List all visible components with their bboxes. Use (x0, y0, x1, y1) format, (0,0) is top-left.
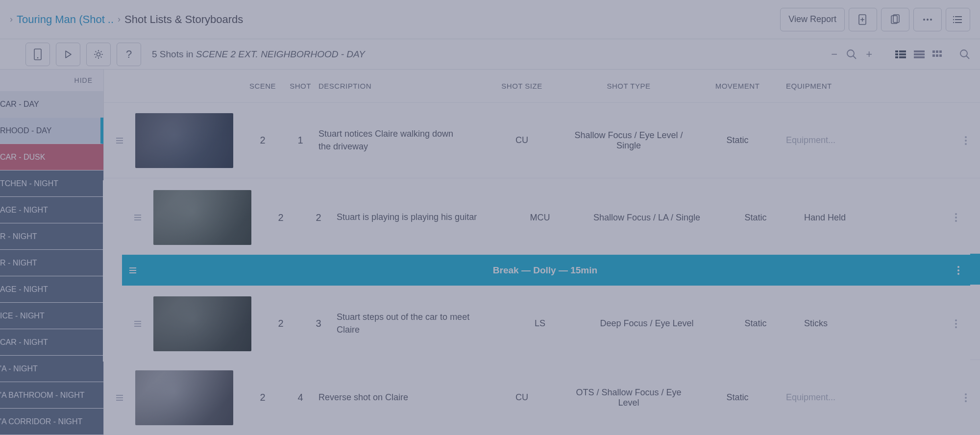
cell-type[interactable]: Deep Focus / Eye Level (587, 318, 707, 329)
drag-handle[interactable] (104, 137, 135, 145)
grid-view-button[interactable] (932, 49, 943, 59)
play-button[interactable] (56, 43, 80, 66)
cell-size[interactable]: CU (475, 392, 568, 403)
gear-icon (93, 49, 104, 60)
row-more-button[interactable] (917, 319, 970, 329)
shot-row-highlight[interactable]: 2 2 Stuart is playing is playing his gui… (122, 180, 970, 255)
shot-row-highlight[interactable]: 2 3 Stuart steps out of the car to meet … (122, 286, 970, 362)
zoom-in-button[interactable]: + (866, 48, 872, 61)
add-page-button[interactable] (849, 8, 877, 31)
cell-size[interactable]: MCU (493, 213, 587, 223)
scene-item[interactable]: ICE - NIGHT (0, 303, 103, 329)
scene-sidebar: HIDE CAR - DAY RHOOD - DAY CAR - DUSK TC… (0, 70, 104, 435)
svg-point-48 (957, 269, 959, 271)
row-more-button[interactable] (917, 213, 970, 222)
zoom-controls: − + (831, 48, 872, 61)
storyboard-thumbnail[interactable] (153, 296, 251, 351)
svg-rect-19 (914, 50, 925, 52)
magnify-icon[interactable] (846, 49, 857, 60)
col-type[interactable]: SHOT TYPE (568, 82, 689, 90)
cell-scene: 2 (261, 318, 300, 329)
svg-rect-20 (914, 53, 925, 55)
scene-item[interactable]: 'A - NIGHT (0, 356, 103, 382)
col-size[interactable]: SHOT SIZE (475, 82, 568, 90)
hide-sidebar-button[interactable]: HIDE (0, 70, 103, 91)
cell-description[interactable]: Stuart is playing is playing his guitar (337, 211, 493, 223)
row-more-button[interactable] (947, 266, 970, 275)
scene-item[interactable]: CAR - NIGHT (0, 329, 103, 356)
svg-point-12 (847, 50, 854, 57)
breadcrumb-current: Shot Lists & Storyboards (124, 13, 243, 26)
cell-equipment[interactable]: Equipment... (786, 135, 899, 145)
shot-row[interactable]: 2 4 Reverse shot on Claire CU OTS / Shal… (104, 360, 980, 435)
scene-item[interactable]: CAR - DUSK (0, 144, 103, 170)
page-plus-icon (858, 14, 868, 25)
collapse-button[interactable] (10, 43, 20, 66)
cell-movement[interactable]: Static (707, 213, 804, 223)
scene-item[interactable]: 'A BATHROOM - NIGHT (0, 382, 103, 409)
copy-button[interactable] (881, 8, 909, 31)
col-scene[interactable]: SCENE (243, 82, 282, 90)
cell-size[interactable]: CU (475, 135, 568, 145)
cell-scene: 2 (243, 135, 282, 146)
row-more-button[interactable] (899, 136, 980, 145)
help-button[interactable]: ? (117, 43, 141, 66)
view-report-button[interactable]: View Report (780, 8, 845, 31)
zoom-out-button[interactable]: − (831, 48, 837, 61)
cell-description[interactable]: Reverse shot on Claire (318, 391, 475, 404)
scene-item[interactable]: R - NIGHT (0, 223, 103, 250)
breadcrumb-parent[interactable]: Touring Man (Shot .. (17, 13, 114, 26)
search-button[interactable] (959, 49, 970, 60)
col-description[interactable]: DESCRIPTION (318, 82, 475, 90)
svg-point-11 (97, 52, 100, 56)
drag-handle[interactable] (104, 394, 135, 402)
cell-movement[interactable]: Static (707, 318, 804, 329)
svg-point-47 (957, 266, 959, 268)
cell-type[interactable]: Shallow Focus / LA / Single (587, 213, 707, 223)
svg-point-43 (965, 400, 967, 402)
col-shot[interactable]: SHOT (282, 82, 318, 90)
detail-view-button[interactable] (895, 49, 906, 59)
scene-item[interactable]: R - NIGHT (0, 250, 103, 276)
col-movement[interactable]: MOVEMENT (689, 82, 786, 90)
scene-item[interactable]: CAR - DAY (0, 91, 103, 118)
scene-item[interactable]: AGE - NIGHT (0, 197, 103, 223)
settings-button[interactable] (86, 43, 111, 66)
drag-icon (116, 137, 123, 145)
svg-point-10 (37, 57, 39, 58)
storyboard-thumbnail[interactable] (135, 113, 233, 168)
cell-description[interactable]: Stuart notices Claire walking down the d… (318, 128, 475, 152)
scene-item-active[interactable]: RHOOD - DAY (0, 118, 103, 144)
drag-handle[interactable] (122, 214, 153, 221)
cell-equipment[interactable]: Sticks (804, 318, 917, 329)
device-button[interactable] (25, 43, 50, 66)
list-toggle-button[interactable] (946, 8, 970, 31)
more-button[interactable] (913, 8, 942, 31)
scene-item[interactable]: TCHEN - NIGHT (0, 170, 103, 197)
cell-movement[interactable]: Static (689, 135, 786, 145)
cell-movement[interactable]: Static (689, 392, 786, 403)
col-equipment[interactable]: EQUIPMENT (786, 82, 899, 90)
row-more-button[interactable] (899, 393, 980, 403)
cell-type[interactable]: OTS / Shallow Focus / Eye Level (568, 387, 689, 408)
storyboard-thumbnail[interactable] (135, 370, 233, 425)
cell-description[interactable]: Stuart steps out of the car to meet Clai… (337, 311, 493, 336)
list-view-button[interactable] (913, 49, 925, 59)
shot-row[interactable]: 2 1 Stuart notices Claire walking down t… (104, 103, 980, 178)
scene-item[interactable]: AGE - NIGHT (0, 276, 103, 303)
drag-handle[interactable] (122, 266, 144, 274)
drag-handle[interactable] (122, 320, 153, 328)
scene-item[interactable]: 'A CORRIDOR - NIGHT (0, 409, 103, 435)
break-row-highlight[interactable]: Break — Dolly — 15min (122, 255, 970, 286)
cell-size[interactable]: LS (493, 318, 587, 329)
svg-point-6 (953, 16, 954, 17)
cell-type[interactable]: Shallow Focus / Eye Level / Single (568, 130, 689, 151)
svg-point-5 (930, 19, 932, 21)
svg-rect-25 (932, 54, 935, 57)
column-headers: SCENE SHOT DESCRIPTION SHOT SIZE SHOT TY… (104, 70, 980, 103)
storyboard-thumbnail[interactable] (153, 190, 251, 245)
cell-equipment[interactable]: Equipment... (786, 392, 899, 403)
svg-rect-23 (936, 50, 938, 53)
cell-equipment[interactable]: Hand Held (804, 213, 917, 223)
svg-point-41 (965, 393, 967, 395)
